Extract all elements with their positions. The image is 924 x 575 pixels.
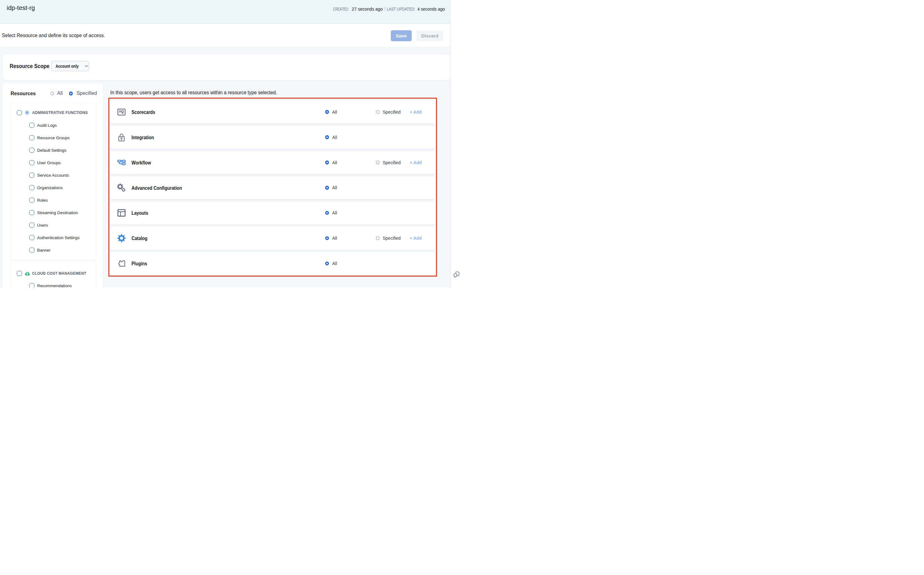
svg-text:$: $: [27, 272, 28, 275]
